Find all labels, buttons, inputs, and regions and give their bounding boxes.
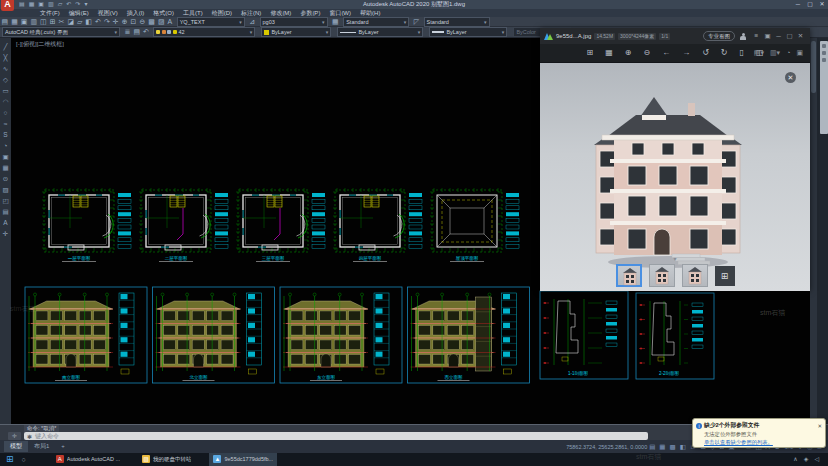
mleader-style-combo[interactable]: Standard▾	[424, 17, 490, 27]
thumbnails-collapse-caret[interactable]: ▾	[540, 255, 810, 262]
floor-plan[interactable]: 屋顶平面图	[430, 188, 519, 262]
delete-image-icon[interactable]: ▯	[740, 44, 744, 62]
elevation-drawing[interactable]: 西立面图	[408, 287, 530, 383]
browse-thumbnails-icon[interactable]: ▦	[605, 44, 613, 62]
autocad-logo-icon[interactable]: A	[1, 0, 14, 11]
scrollbar-thumb[interactable]	[811, 41, 816, 93]
image-display-area[interactable]: ✕ ▾ ⊞	[540, 63, 810, 291]
elevation-drawing[interactable]: 北立面图	[153, 287, 275, 383]
layer-states-icon[interactable]: ▤	[133, 27, 140, 37]
maximize-button[interactable]: ▢	[804, 0, 816, 9]
new-icon[interactable]: ▤	[2, 17, 9, 27]
pan-icon[interactable]: ✛	[113, 17, 119, 27]
rotate-left-icon[interactable]: ↺	[702, 44, 709, 62]
edit-tools-icon[interactable]: ▥▾	[770, 44, 780, 62]
circle-icon[interactable]: ○	[4, 107, 8, 118]
command-grip[interactable]: ✛	[8, 432, 21, 440]
start-button[interactable]: ⊞	[6, 453, 14, 466]
tool-dot-icon[interactable]	[822, 58, 826, 62]
floor-plan[interactable]: 三层平面图	[236, 188, 325, 262]
section-drawing[interactable]: 2-2剖面图	[636, 293, 714, 379]
layer-combo[interactable]: 42 ▾	[153, 27, 255, 37]
volume-icon[interactable]: ◁	[814, 453, 819, 466]
table-style-combo[interactable]: Standard▾	[343, 17, 409, 27]
undo-icon[interactable]: ↶	[95, 17, 101, 27]
zoom-out-icon[interactable]: ⊖	[643, 44, 650, 62]
hatch-icon[interactable]: ▨	[2, 184, 8, 195]
region-icon[interactable]: ◰	[2, 195, 8, 206]
arc-icon[interactable]: ◠	[3, 96, 9, 107]
tab-model[interactable]: 模型	[4, 441, 28, 452]
redo-icon[interactable]: ↷	[104, 17, 110, 27]
polygon-icon[interactable]: ◇	[3, 74, 8, 85]
save-icon[interactable]: ▣	[21, 17, 28, 27]
task-autocad[interactable]: AAutodesk AutoCAD ...	[52, 453, 124, 466]
workspace-combo[interactable]: AutoCAD 经典(.cuix) 界面▾	[2, 27, 120, 37]
construction-line-icon[interactable]: ╳	[4, 52, 8, 63]
fullscreen-icon[interactable]: ⊞	[586, 44, 593, 62]
taskbar-search-icon[interactable]: ○	[22, 456, 26, 463]
floor-plan[interactable]: 一层平面图	[42, 188, 131, 262]
settings-icon[interactable]: ▣	[796, 44, 803, 62]
polyline-icon[interactable]: ∿	[3, 63, 8, 74]
network-icon[interactable]: ◈	[804, 453, 809, 466]
point-icon[interactable]: ⊙	[3, 173, 8, 184]
tab-add[interactable]: +	[55, 441, 71, 452]
tool-dot-icon[interactable]	[822, 44, 826, 48]
infer-constraints-toggle[interactable]: ◧	[680, 440, 686, 453]
upgrade-button[interactable]: 专业看图	[703, 31, 735, 41]
open-icon[interactable]: ▦	[11, 17, 18, 27]
floor-plan[interactable]: 二层平面图	[139, 188, 228, 262]
layer-prev-icon[interactable]: ↶	[143, 27, 149, 37]
notification-link[interactable]: 单击以查看缺少参照的列表。	[704, 439, 822, 446]
view-mode-icon[interactable]: ▤▾	[754, 44, 764, 62]
viewer-menu-button[interactable]: ≡	[751, 28, 762, 44]
section-drawing[interactable]: 1-1剖面图	[540, 291, 628, 379]
viewer-pin-button[interactable]: ▣	[762, 28, 773, 44]
grid-toggle[interactable]: ▦	[659, 440, 665, 453]
zoom-in-icon[interactable]: ⊕	[625, 44, 632, 62]
ellipse-icon[interactable]: ◔	[4, 140, 8, 151]
viewport-controls[interactable]: [-][俯视][二维线框]	[16, 40, 64, 49]
command-input[interactable]: ✱ 键入命令	[24, 432, 648, 440]
thumbnail-render-side[interactable]	[682, 264, 708, 287]
notification-close-icon[interactable]: ✕	[817, 423, 822, 429]
publish-icon[interactable]: ⊞	[50, 17, 56, 27]
close-overlay-button[interactable]: ✕	[785, 72, 796, 83]
color-combo[interactable]: ByLayer▾	[261, 27, 331, 37]
thumbnail-render-corner[interactable]	[649, 264, 675, 287]
copy-icon[interactable]: ◪	[67, 17, 74, 27]
insert-block-icon[interactable]: ▣	[2, 151, 8, 162]
match-properties-icon[interactable]: ◧	[85, 17, 92, 27]
plot-preview-icon[interactable]: ◫	[40, 17, 47, 27]
tab-layout1[interactable]: 布局1	[28, 441, 55, 452]
table-icon[interactable]: ▤	[2, 206, 8, 217]
cut-icon[interactable]: ✂	[59, 17, 65, 27]
viewer-maximize-button[interactable]: ▢	[784, 28, 795, 44]
next-image-icon[interactable]: →	[682, 44, 690, 62]
task-image-viewer[interactable]: ▲9e55dc1779dd5fb...	[209, 453, 277, 466]
close-button[interactable]: ✕	[816, 0, 828, 9]
tray-expand-icon[interactable]: ∧	[793, 453, 797, 466]
text-icon[interactable]: A	[3, 217, 7, 228]
vertical-scrollbar[interactable]	[810, 38, 817, 424]
lineweight-combo[interactable]: ByLayer▾	[429, 27, 507, 37]
zoom-realtime-icon[interactable]: ⊕	[122, 17, 128, 27]
elevation-drawing[interactable]: 东立面图	[280, 287, 402, 383]
rectangle-icon[interactable]: ▭	[2, 85, 8, 96]
zoom-previous-icon[interactable]: ⊖	[139, 17, 145, 27]
snap-mode-toggle[interactable]: ▩	[670, 440, 676, 453]
viewer-minimize-button[interactable]: ─	[773, 28, 784, 44]
linetype-combo[interactable]: ByLayer▾	[337, 27, 423, 37]
rotate-right-icon[interactable]: ↻	[721, 44, 728, 62]
account-icon[interactable]	[739, 32, 747, 40]
spline-icon[interactable]: S	[3, 129, 7, 140]
designcenter-icon[interactable]: ▨	[158, 17, 165, 27]
paste-icon[interactable]: ▱	[77, 17, 82, 27]
make-block-icon[interactable]: ▦	[2, 162, 8, 173]
properties-icon[interactable]: ▩	[148, 17, 155, 27]
dimension-icon[interactable]: ✛	[3, 228, 8, 239]
task-folder[interactable]: ▨我的硬盘中转站	[138, 453, 196, 466]
minimize-button[interactable]: ─	[792, 0, 804, 9]
text-style-combo[interactable]: YQ_TEXT▾	[177, 17, 245, 27]
